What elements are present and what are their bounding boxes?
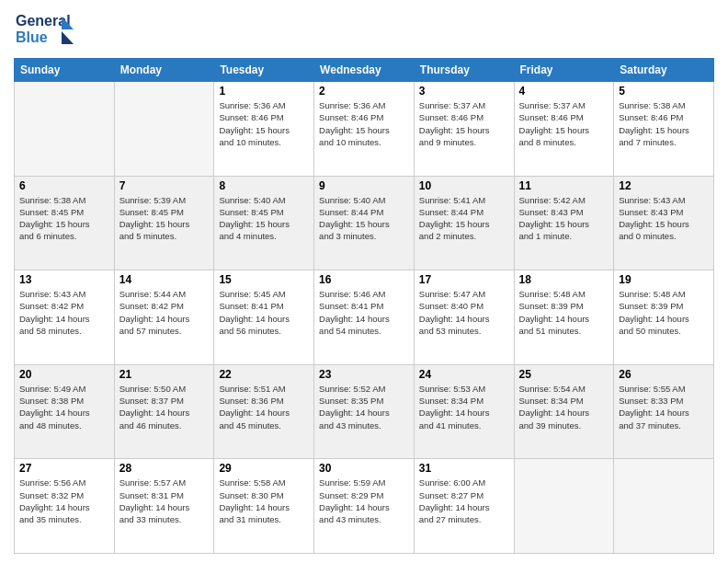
calendar-cell: 1Sunrise: 5:36 AM Sunset: 8:46 PM Daylig… [214, 82, 314, 177]
calendar-cell: 12Sunrise: 5:43 AM Sunset: 8:43 PM Dayli… [614, 176, 714, 270]
day-number: 28 [119, 462, 210, 475]
day-number: 29 [219, 462, 309, 475]
weekday-saturday: Saturday [614, 59, 714, 82]
week-row-5: 27Sunrise: 5:56 AM Sunset: 8:32 PM Dayli… [15, 459, 714, 554]
day-info: Sunrise: 5:48 AM Sunset: 8:39 PM Dayligh… [519, 288, 609, 337]
calendar-page: GeneralBlue SundayMondayTuesdayWednesday… [0, 0, 728, 563]
calendar-cell: 8Sunrise: 5:40 AM Sunset: 8:45 PM Daylig… [214, 176, 314, 270]
day-info: Sunrise: 5:43 AM Sunset: 8:42 PM Dayligh… [19, 288, 109, 337]
day-info: Sunrise: 5:57 AM Sunset: 8:31 PM Dayligh… [119, 477, 210, 525]
day-number: 25 [519, 368, 609, 381]
calendar-cell: 11Sunrise: 5:42 AM Sunset: 8:43 PM Dayli… [514, 176, 614, 270]
day-info: Sunrise: 5:54 AM Sunset: 8:34 PM Dayligh… [519, 383, 609, 431]
weekday-tuesday: Tuesday [214, 59, 314, 82]
calendar-cell: 4Sunrise: 5:37 AM Sunset: 8:46 PM Daylig… [514, 82, 614, 177]
calendar-cell: 24Sunrise: 5:53 AM Sunset: 8:34 PM Dayli… [414, 364, 514, 459]
day-number: 18 [519, 273, 609, 286]
calendar-cell: 9Sunrise: 5:40 AM Sunset: 8:44 PM Daylig… [314, 176, 415, 270]
day-info: Sunrise: 5:55 AM Sunset: 8:33 PM Dayligh… [619, 383, 709, 431]
day-number: 17 [419, 273, 509, 286]
logo-svg: GeneralBlue [14, 9, 78, 51]
day-number: 4 [519, 85, 609, 98]
day-info: Sunrise: 5:53 AM Sunset: 8:34 PM Dayligh… [419, 383, 509, 431]
calendar-cell: 3Sunrise: 5:37 AM Sunset: 8:46 PM Daylig… [414, 82, 514, 177]
day-number: 19 [619, 273, 709, 286]
day-info: Sunrise: 5:40 AM Sunset: 8:44 PM Dayligh… [319, 194, 409, 243]
day-number: 27 [19, 462, 109, 475]
day-info: Sunrise: 5:42 AM Sunset: 8:43 PM Dayligh… [519, 194, 609, 243]
day-number: 24 [419, 368, 509, 381]
calendar-cell: 7Sunrise: 5:39 AM Sunset: 8:45 PM Daylig… [114, 176, 214, 270]
day-info: Sunrise: 5:38 AM Sunset: 8:45 PM Dayligh… [19, 194, 109, 243]
day-info: Sunrise: 5:50 AM Sunset: 8:37 PM Dayligh… [119, 383, 210, 431]
day-info: Sunrise: 5:56 AM Sunset: 8:32 PM Dayligh… [19, 477, 109, 525]
day-info: Sunrise: 5:47 AM Sunset: 8:40 PM Dayligh… [419, 288, 509, 337]
day-info: Sunrise: 5:39 AM Sunset: 8:45 PM Dayligh… [119, 194, 210, 243]
day-info: Sunrise: 5:51 AM Sunset: 8:36 PM Dayligh… [219, 383, 309, 431]
day-info: Sunrise: 6:00 AM Sunset: 8:27 PM Dayligh… [419, 477, 509, 525]
day-info: Sunrise: 5:41 AM Sunset: 8:44 PM Dayligh… [419, 194, 509, 243]
calendar-cell: 19Sunrise: 5:48 AM Sunset: 8:39 PM Dayli… [614, 270, 714, 365]
day-number: 9 [319, 179, 409, 192]
calendar-cell [614, 459, 714, 554]
day-info: Sunrise: 5:44 AM Sunset: 8:42 PM Dayligh… [119, 288, 210, 337]
day-number: 30 [319, 462, 409, 475]
day-number: 5 [619, 85, 709, 98]
day-info: Sunrise: 5:37 AM Sunset: 8:46 PM Dayligh… [419, 99, 509, 148]
day-number: 23 [319, 368, 409, 381]
weekday-header-row: SundayMondayTuesdayWednesdayThursdayFrid… [15, 59, 714, 82]
calendar-cell: 23Sunrise: 5:52 AM Sunset: 8:35 PM Dayli… [314, 364, 415, 459]
day-info: Sunrise: 5:52 AM Sunset: 8:35 PM Dayligh… [319, 383, 409, 431]
day-number: 22 [219, 368, 309, 381]
day-number: 12 [619, 179, 709, 192]
weekday-monday: Monday [114, 59, 214, 82]
week-row-2: 6Sunrise: 5:38 AM Sunset: 8:45 PM Daylig… [15, 176, 714, 270]
calendar-cell: 5Sunrise: 5:38 AM Sunset: 8:46 PM Daylig… [614, 82, 714, 177]
day-number: 7 [119, 179, 210, 192]
day-number: 8 [219, 179, 309, 192]
day-info: Sunrise: 5:43 AM Sunset: 8:43 PM Dayligh… [619, 194, 709, 243]
day-info: Sunrise: 5:40 AM Sunset: 8:45 PM Dayligh… [219, 194, 309, 243]
day-number: 16 [319, 273, 409, 286]
day-number: 13 [19, 273, 109, 286]
day-number: 15 [219, 273, 309, 286]
calendar-cell: 31Sunrise: 6:00 AM Sunset: 8:27 PM Dayli… [414, 459, 514, 554]
calendar-table: SundayMondayTuesdayWednesdayThursdayFrid… [14, 58, 714, 554]
week-row-1: 1Sunrise: 5:36 AM Sunset: 8:46 PM Daylig… [15, 82, 714, 177]
calendar-cell: 30Sunrise: 5:59 AM Sunset: 8:29 PM Dayli… [314, 459, 415, 554]
day-info: Sunrise: 5:48 AM Sunset: 8:39 PM Dayligh… [619, 288, 709, 337]
day-number: 21 [119, 368, 210, 381]
week-row-4: 20Sunrise: 5:49 AM Sunset: 8:38 PM Dayli… [15, 364, 714, 459]
calendar-cell: 21Sunrise: 5:50 AM Sunset: 8:37 PM Dayli… [114, 364, 214, 459]
day-info: Sunrise: 5:37 AM Sunset: 8:46 PM Dayligh… [519, 99, 609, 148]
svg-text:Blue: Blue [16, 29, 48, 45]
svg-marker-3 [62, 31, 74, 44]
weekday-friday: Friday [514, 59, 614, 82]
day-number: 1 [219, 85, 309, 98]
day-number: 11 [519, 179, 609, 192]
calendar-cell: 2Sunrise: 5:36 AM Sunset: 8:46 PM Daylig… [314, 82, 415, 177]
calendar-cell: 15Sunrise: 5:45 AM Sunset: 8:41 PM Dayli… [214, 270, 314, 365]
day-number: 14 [119, 273, 210, 286]
calendar-cell: 13Sunrise: 5:43 AM Sunset: 8:42 PM Dayli… [15, 270, 115, 365]
calendar-cell [514, 459, 614, 554]
day-info: Sunrise: 5:45 AM Sunset: 8:41 PM Dayligh… [219, 288, 309, 337]
weekday-thursday: Thursday [414, 59, 514, 82]
header: GeneralBlue [14, 9, 714, 51]
day-number: 26 [619, 368, 709, 381]
day-info: Sunrise: 5:38 AM Sunset: 8:46 PM Dayligh… [619, 99, 709, 148]
day-info: Sunrise: 5:58 AM Sunset: 8:30 PM Dayligh… [219, 477, 309, 525]
day-number: 10 [419, 179, 509, 192]
calendar-cell: 27Sunrise: 5:56 AM Sunset: 8:32 PM Dayli… [15, 459, 115, 554]
calendar-cell: 16Sunrise: 5:46 AM Sunset: 8:41 PM Dayli… [314, 270, 415, 365]
calendar-cell [114, 82, 214, 177]
logo: GeneralBlue [14, 9, 78, 51]
calendar-cell: 28Sunrise: 5:57 AM Sunset: 8:31 PM Dayli… [114, 459, 214, 554]
week-row-3: 13Sunrise: 5:43 AM Sunset: 8:42 PM Dayli… [15, 270, 714, 365]
weekday-sunday: Sunday [15, 59, 115, 82]
calendar-cell: 14Sunrise: 5:44 AM Sunset: 8:42 PM Dayli… [114, 270, 214, 365]
day-number: 20 [19, 368, 109, 381]
day-number: 3 [419, 85, 509, 98]
calendar-cell: 22Sunrise: 5:51 AM Sunset: 8:36 PM Dayli… [214, 364, 314, 459]
day-number: 2 [319, 85, 409, 98]
